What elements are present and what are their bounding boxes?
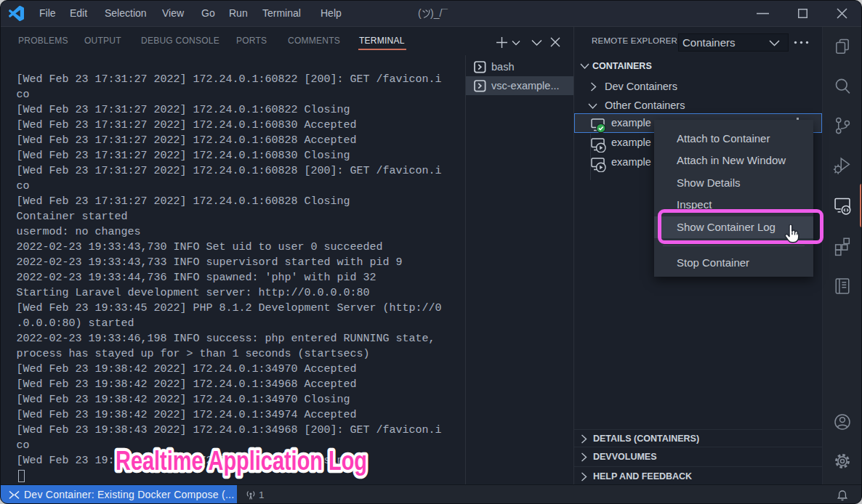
svg-text:Realtime Application Log: Realtime Application Log <box>116 446 367 476</box>
